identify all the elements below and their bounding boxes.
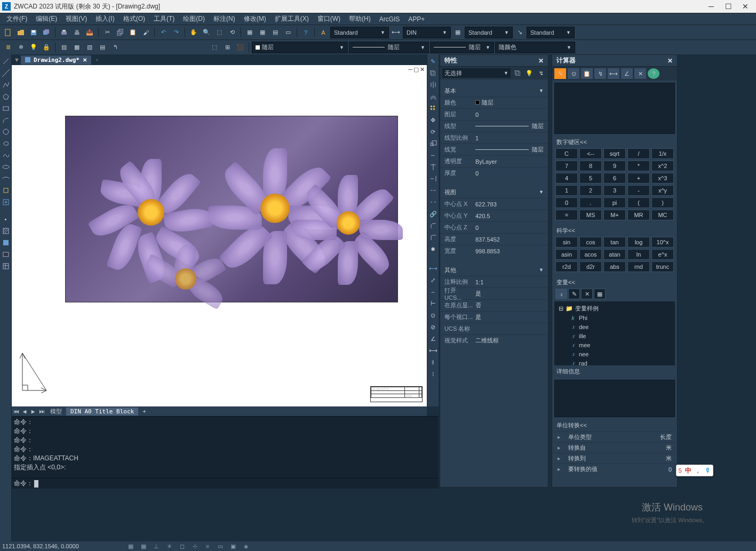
dim-radius-icon[interactable]: ⊙ xyxy=(428,310,438,320)
calc-btn-sub[interactable]: - xyxy=(627,185,650,196)
prop-lineweight[interactable]: 线宽随层 xyxy=(440,143,548,155)
calc-paste-icon[interactable]: 📋 xyxy=(581,68,593,79)
open-file-icon[interactable] xyxy=(15,27,27,38)
unit-val-row[interactable]: ▸要转换的值0 xyxy=(554,464,675,474)
dim-linear-icon[interactable]: ⟷ xyxy=(428,263,438,273)
calc-btn-rpar[interactable]: ) xyxy=(651,197,674,208)
design-center-icon[interactable]: ▦ xyxy=(257,27,268,38)
var-nee[interactable]: 𝑥nee xyxy=(556,349,673,358)
rotate-icon[interactable]: ⟳ xyxy=(428,127,438,137)
region-tool-icon[interactable] xyxy=(1,250,11,259)
stretch-icon[interactable]: ↔ xyxy=(428,150,438,160)
copy-obj-icon[interactable]: ⿻ xyxy=(428,68,438,78)
layout-tab[interactable]: DIN A0 Title Block xyxy=(66,408,138,416)
calc-btn-5[interactable]: 5 xyxy=(579,173,602,183)
pickadd-icon[interactable]: 💡 xyxy=(524,68,534,78)
grid-toggle[interactable]: ▦ xyxy=(138,542,149,550)
calc-btn-0[interactable]: 0 xyxy=(555,197,578,208)
var-mee[interactable]: 𝑥mee xyxy=(556,340,673,349)
point-tool-icon[interactable]: • xyxy=(1,214,11,224)
calc-btn-1[interactable]: 1 xyxy=(555,185,578,196)
scale-icon[interactable] xyxy=(428,139,438,148)
tab-close-icon[interactable]: ✕ xyxy=(83,57,87,63)
calc-btn-tan[interactable]: tan xyxy=(603,237,626,247)
model-toggle[interactable]: ▣ xyxy=(228,542,238,550)
viewport-close-icon[interactable]: ✕ xyxy=(420,66,425,73)
menu-modify[interactable]: 修改(M) xyxy=(240,13,270,25)
gradient-tool-icon[interactable] xyxy=(1,238,11,247)
prop-origin[interactable]: 在原点显...否 xyxy=(440,299,548,311)
block-icon[interactable]: ⬚ xyxy=(209,42,220,53)
osnap-toggle[interactable]: ◻ xyxy=(177,542,187,550)
menu-view[interactable]: 视图(V) xyxy=(61,13,91,25)
calc-history-icon[interactable]: ⊙ xyxy=(568,68,579,79)
calc-help-icon[interactable]: ? xyxy=(648,68,659,79)
calc-btn-d2r[interactable]: d2r xyxy=(579,261,602,272)
otrack-toggle[interactable]: ⊹ xyxy=(189,542,200,550)
color-combo[interactable]: 随颜色▼ xyxy=(495,42,575,53)
menu-app[interactable]: APP+ xyxy=(404,14,429,24)
linetype-combo[interactable]: 随层▼ xyxy=(349,42,429,53)
table-style-combo[interactable]: Standard▼ xyxy=(465,27,513,38)
tab-menu-icon[interactable]: ▼ xyxy=(14,57,20,63)
table-style-icon[interactable]: ▦ xyxy=(452,27,464,38)
save-icon[interactable] xyxy=(28,27,39,38)
tool-palette-icon[interactable]: ▤ xyxy=(269,27,281,38)
calc-btn-3[interactable]: 3 xyxy=(603,185,626,196)
dim-quick-icon[interactable]: ⟷ xyxy=(428,346,438,355)
ellipse-arc-tool-icon[interactable] xyxy=(1,174,11,183)
print-icon[interactable] xyxy=(58,27,70,38)
menu-format[interactable]: 格式(O) xyxy=(119,13,149,25)
join-icon[interactable]: 🔗 xyxy=(428,209,438,219)
layer-off-icon[interactable]: 💡 xyxy=(28,42,39,53)
props-section-view[interactable]: 视图▼ xyxy=(440,186,548,198)
close-button[interactable]: ✕ xyxy=(737,0,754,13)
spline-tool-icon[interactable] xyxy=(1,150,11,160)
copy-icon[interactable] xyxy=(114,27,126,38)
dim-ordinate-icon[interactable]: ⊢ xyxy=(428,299,438,308)
var-ille[interactable]: 𝑥ille xyxy=(556,331,673,340)
ortho-toggle[interactable]: ⊥ xyxy=(151,542,162,550)
calc-btn-eq[interactable]: = xyxy=(555,210,578,220)
command-input[interactable]: 命令： xyxy=(12,478,439,489)
prop-width[interactable]: 宽度998.8853 xyxy=(440,245,548,257)
calc-btn-10x[interactable]: 10^x xyxy=(651,237,674,247)
calc-btn-acos[interactable]: acos xyxy=(579,249,602,260)
maximize-button[interactable]: ☐ xyxy=(720,0,737,13)
new-tab-icon[interactable]: ▫ xyxy=(92,55,102,64)
calculator-close-icon[interactable]: ✕ xyxy=(667,57,673,65)
make-block-icon[interactable] xyxy=(1,197,11,207)
prop-transparency[interactable]: 透明度ByLayer xyxy=(440,155,548,167)
revcloud-tool-icon[interactable] xyxy=(1,139,11,148)
dim-baseline-icon[interactable]: ⫴ xyxy=(428,357,438,367)
prop-center-x[interactable]: 中心点 X622.783 xyxy=(440,198,548,210)
props-section-other[interactable]: 其他▼ xyxy=(440,264,548,276)
wblock-icon[interactable]: ⊞ xyxy=(221,42,233,53)
prop-viewport[interactable]: 每个视口...是 xyxy=(440,311,548,323)
ime-mic-icon[interactable]: 🎙 xyxy=(705,467,711,474)
dyn-toggle[interactable]: ▭ xyxy=(215,542,226,550)
properties-icon[interactable]: ▦ xyxy=(244,27,256,38)
saveall-icon[interactable] xyxy=(41,27,52,38)
redo-icon[interactable]: ↷ xyxy=(170,27,182,38)
array-icon[interactable] xyxy=(428,103,438,113)
cut-icon[interactable]: ✂ xyxy=(101,27,113,38)
xline-tool-icon[interactable] xyxy=(1,68,11,78)
mirror-icon[interactable] xyxy=(428,80,438,90)
insert-icon[interactable]: ⬛ xyxy=(234,42,246,53)
zoom-rt-icon[interactable]: 🔍 xyxy=(201,27,212,38)
dim-continue-icon[interactable]: ⫶ xyxy=(428,369,438,379)
calc-btn-ln[interactable]: ln xyxy=(627,249,650,260)
calc-btn-sq[interactable]: x^2 xyxy=(651,161,674,171)
dim-arc-icon[interactable]: ⌢ xyxy=(428,287,438,297)
insert-block-icon[interactable] xyxy=(1,186,11,195)
zoom-window-icon[interactable]: ⬚ xyxy=(213,27,225,38)
help-icon[interactable]: ? xyxy=(300,27,312,38)
move-icon[interactable]: ✥ xyxy=(428,115,438,125)
new-layout-tab[interactable]: + xyxy=(138,408,150,416)
menu-tools[interactable]: 工具(T) xyxy=(149,13,179,25)
calc-btn-log[interactable]: log xyxy=(627,237,650,247)
calc-btn-div[interactable]: / xyxy=(627,148,650,159)
circle-tool-icon[interactable] xyxy=(1,127,11,137)
line-tool-icon[interactable] xyxy=(1,57,11,66)
